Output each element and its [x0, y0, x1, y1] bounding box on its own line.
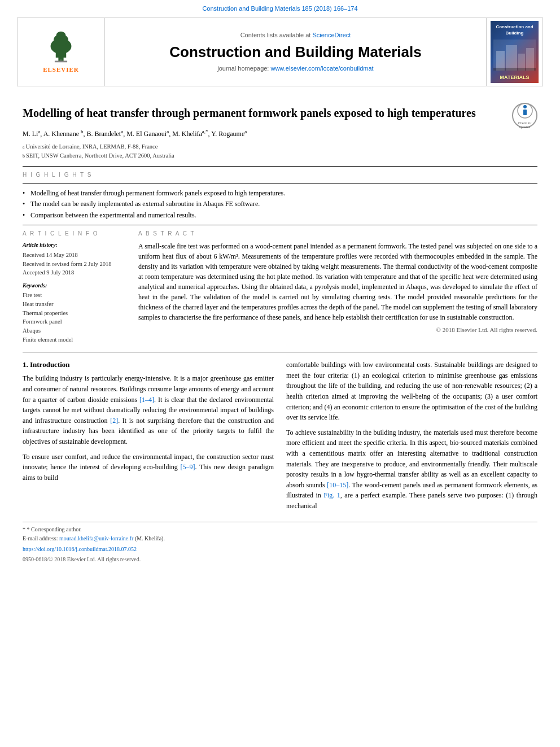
highlights-list: Modelling of heat transfer through perma… [23, 189, 537, 220]
author-el-ganaoui: M. El Ganaouia [126, 130, 169, 138]
footer-doi-line: https://doi.org/10.1016/j.conbuildmat.20… [23, 544, 537, 554]
journal-title: Construction and Building Materials [169, 43, 421, 61]
body-paragraph-3: comfortable buildings with low environme… [286, 360, 537, 423]
article-history-label: Article history: [23, 241, 127, 249]
keyword-5: Abaqus [23, 327, 127, 335]
affiliation-a: a Université de Lorraine, INRA, LERMAB, … [23, 142, 537, 151]
svg-rect-11 [526, 48, 534, 71]
body-paragraph-2: To ensure user comfort, and reduce the e… [23, 452, 274, 483]
highlights-label: H I G H L I G H T S [23, 171, 537, 179]
date-revised: Received in revised form 2 July 2018 [23, 260, 127, 269]
svg-rect-12 [493, 68, 536, 71]
affil-sup-a: a [23, 144, 25, 151]
journal-cover-image: Construction and Building MATERIALS [491, 21, 539, 83]
journal-ref-text: Construction and Building Materials 185 … [202, 5, 357, 12]
section-1-heading: 1. Introduction [23, 360, 274, 370]
cover-building-image [493, 40, 536, 71]
content-area: Modelling of heat transfer through perma… [0, 86, 560, 516]
keyword-1: Fire test [23, 291, 127, 300]
date-received: Received 14 May 2018 [23, 251, 127, 260]
main-body: 1. Introduction The building industry is… [23, 352, 537, 516]
article-title: Modelling of heat transfer through perma… [23, 106, 504, 120]
homepage-label: journal homepage: [217, 65, 270, 72]
contents-text: Contents lists available at [240, 32, 311, 38]
abstract-text: A small-scale fire test was performed on… [138, 241, 537, 322]
cover-title-text: Construction and Building [493, 24, 536, 36]
abstract-label: A B S T R A C T [138, 230, 537, 238]
keywords-label: Keywords: [23, 282, 127, 290]
elsevier-logo: ELSEVIER [38, 30, 84, 74]
affil-text-a: Université de Lorraine, INRA, LERMAB, F-… [26, 142, 158, 151]
journal-reference: Construction and Building Materials 185 … [0, 0, 560, 15]
page-footer: * * Corresponding author. E-mail address… [23, 522, 537, 566]
highlight-2: The model can be easily implemented as e… [23, 199, 537, 209]
body-right-column: comfortable buildings with low environme… [286, 360, 537, 516]
author-khennane: A. Khennane b [43, 130, 84, 138]
article-info-label: A R T I C L E I N F O [23, 230, 127, 238]
journal-title-area: Contents lists available at ScienceDirec… [105, 18, 486, 86]
highlight-3: Comparison between the experimental and … [23, 211, 537, 220]
svg-rect-9 [506, 45, 517, 71]
email-label: E-mail address: [23, 535, 58, 541]
ref-link-10-15[interactable]: [10–15] [327, 481, 348, 489]
ref-link-2[interactable]: [2] [110, 417, 118, 425]
cover-title: Construction and Building [496, 24, 533, 35]
sciencedirect-link[interactable]: ScienceDirect [312, 32, 351, 38]
elsevier-logo-area: ELSEVIER [18, 18, 105, 86]
doi-link[interactable]: https://doi.org/10.1016/j.conbuildmat.20… [23, 546, 137, 552]
affiliation-b: b SEIT, UNSW Canberra, Northcott Drive, … [23, 151, 537, 160]
divider-highlights [23, 184, 537, 184]
keyword-2: Heat transfer [23, 300, 127, 309]
article-info-abstract: A R T I C L E I N F O Article history: R… [23, 230, 537, 344]
copyright-line: © 2018 Elsevier Ltd. All rights reserved… [138, 326, 537, 334]
authors-line: M. Lia, A. Khennane b, B. Brandeleta, M.… [23, 128, 537, 139]
svg-rect-15 [523, 110, 527, 115]
svg-rect-6 [55, 60, 67, 62]
body-paragraph-1: The building industry is particularly en… [23, 373, 274, 447]
journal-cover-area: Construction and Building MATERIALS [486, 18, 542, 86]
svg-point-4 [56, 32, 66, 39]
homepage-link[interactable]: www.elsevier.com/locate/conbuildmat [270, 65, 373, 72]
article-info-column: A R T I C L E I N F O Article history: R… [23, 230, 127, 344]
body-paragraph-4: To achieve sustainability in the buildin… [286, 427, 537, 512]
author-brandelet: B. Brandeleta [87, 130, 124, 138]
check-icon [517, 102, 533, 119]
svg-point-14 [523, 105, 527, 108]
page: Construction and Building Materials 185 … [0, 0, 560, 747]
ref-link-1-4[interactable]: [1–4] [139, 396, 154, 404]
date-accepted: Accepted 9 July 2018 [23, 269, 127, 277]
corresponding-note-text: * Corresponding author. [27, 526, 82, 532]
elsevier-tree-icon [38, 30, 84, 64]
affiliations: a Université de Lorraine, INRA, LERMAB, … [23, 142, 537, 160]
keyword-3: Thermal properties [23, 309, 127, 318]
email-link[interactable]: mourad.khelifa@univ-lorraine.fr [59, 535, 133, 541]
author-li: M. Lia [23, 130, 40, 138]
check-updates-icon: Check forupdates [512, 103, 537, 128]
email-line: E-mail address: mourad.khelifa@univ-lorr… [23, 535, 537, 543]
email-suffix: (M. Khelifa). [135, 535, 165, 541]
author-khelifa: M. Khelifaa,* [172, 130, 208, 138]
corresponding-author-note: * * Corresponding author. [23, 526, 537, 534]
body-left-column: 1. Introduction The building industry is… [23, 360, 274, 516]
journal-homepage: journal homepage: www.elsevier.com/locat… [217, 64, 373, 73]
abstract-column: A B S T R A C T A small-scale fire test … [138, 230, 537, 344]
divider-2 [23, 225, 537, 225]
divider-1 [23, 166, 537, 167]
highlight-1: Modelling of heat transfer through perma… [23, 189, 537, 198]
elsevier-wordmark: ELSEVIER [43, 65, 79, 74]
footer-issn-line: 0950-0618/© 2018 Elsevier Ltd. All right… [23, 554, 537, 564]
ref-fig-1[interactable]: Fig. 1 [323, 491, 340, 499]
svg-rect-8 [496, 51, 505, 71]
ref-link-5-9[interactable]: [5–9] [180, 463, 195, 471]
author-rogaume: Y. Rogaumea [211, 130, 247, 138]
journal-header: ELSEVIER Contents lists available at Sci… [17, 18, 543, 86]
affil-sup-b: b [23, 153, 25, 160]
check-for-updates-badge: Check forupdates [512, 103, 537, 128]
keyword-4: Formwork panel [23, 318, 127, 326]
affil-text-b: SEIT, UNSW Canberra, Northcott Drive, AC… [26, 151, 174, 160]
cover-materials-text: MATERIALS [500, 74, 530, 81]
body-two-columns: 1. Introduction The building industry is… [23, 360, 537, 516]
keyword-6: Finite element model [23, 336, 127, 344]
contents-availability: Contents lists available at ScienceDirec… [240, 31, 351, 40]
issn-text: 0950-0618/© 2018 Elsevier Ltd. All right… [23, 556, 141, 562]
